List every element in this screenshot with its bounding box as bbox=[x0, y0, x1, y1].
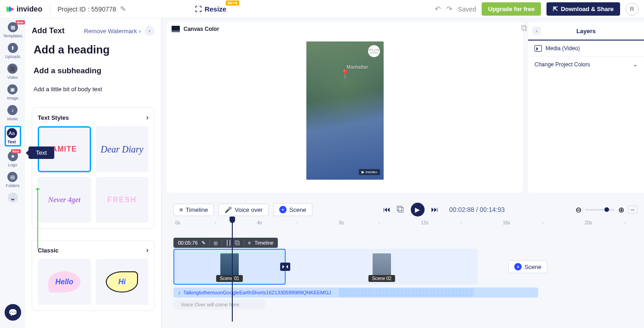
tick-16s: 16s bbox=[503, 220, 510, 225]
voiceover-button[interactable]: 🎤Voice over bbox=[218, 204, 269, 216]
add-scene-button[interactable]: +Scene bbox=[273, 203, 312, 216]
transition-button[interactable] bbox=[280, 263, 290, 271]
canvas-color-icon[interactable] bbox=[172, 26, 180, 32]
duplicate-icon[interactable]: ⿻ bbox=[235, 240, 240, 246]
rail-video[interactable]: 🎥 Video bbox=[7, 64, 18, 80]
undo-icon[interactable]: ↶ bbox=[435, 5, 441, 13]
rail-label: Text bbox=[8, 140, 16, 144]
divider bbox=[50, 5, 50, 14]
playback-controls: ⏮ ⿻ ▶ ⏭ 00:02:88 / 00:14:93 bbox=[383, 203, 505, 217]
layer-label: Media (Video) bbox=[546, 45, 580, 52]
rail-text[interactable]: Aa Text bbox=[5, 126, 21, 146]
text-styles-section: Text Styles › AMITE Dear Diary Never 4ge… bbox=[32, 107, 155, 229]
zoom-out-icon[interactable]: ⊖ bbox=[575, 205, 581, 214]
edit-icon[interactable]: ✎ bbox=[120, 5, 126, 13]
audio-filename: TalkingtothemoonGoogleEarthShorts1621330… bbox=[184, 290, 331, 295]
crop-icon[interactable]: ◎ bbox=[213, 240, 218, 246]
canvas-toolbar: Canvas Color bbox=[167, 22, 523, 36]
chevron-right-icon[interactable]: › bbox=[146, 246, 149, 254]
layer-media-video[interactable]: Media (Video) bbox=[528, 41, 644, 57]
playhead[interactable] bbox=[232, 218, 233, 322]
chevron-right-icon[interactable]: › bbox=[146, 113, 149, 122]
rail-label: Image bbox=[7, 96, 18, 100]
prev-frame-icon[interactable]: ⿻ bbox=[397, 205, 404, 214]
change-colors-label: Change Project Colors bbox=[535, 61, 590, 68]
current-time: 00:02:88 bbox=[449, 206, 475, 213]
header-actions: ↶ ↷ Saved Upgrade for free ⇱ Download & … bbox=[435, 2, 638, 16]
style-hi[interactable]: Hi bbox=[96, 259, 149, 305]
text-styles-grid: AMITE Dear Diary Never 4get FRESH bbox=[38, 126, 149, 223]
tick-20s: 20s bbox=[585, 220, 592, 225]
canvas-preview[interactable]: Manhattan 📍 UPLOAD LOGO ▶ invideo bbox=[306, 41, 384, 180]
logo-icon bbox=[6, 5, 15, 14]
voiceover-track[interactable]: Voice Over will come here bbox=[173, 299, 265, 310]
rail-uploads[interactable]: ⬆ Uploads bbox=[5, 43, 20, 59]
scene-clip-2[interactable]: Scene 02 bbox=[286, 249, 478, 285]
skip-back-icon[interactable]: ⏮ bbox=[383, 205, 391, 214]
redo-icon[interactable]: ↷ bbox=[446, 5, 452, 13]
add-subheading-button[interactable]: Add a subheading bbox=[34, 66, 153, 76]
rail-folders[interactable]: ▤ Folders bbox=[6, 172, 19, 188]
layers-header: › Layers bbox=[528, 22, 644, 41]
video-icon: 🎥 bbox=[7, 64, 17, 74]
watermark-text: invideo bbox=[366, 170, 377, 174]
user-avatar[interactable]: R bbox=[626, 3, 638, 16]
timeline-button[interactable]: ≡Timeline bbox=[173, 204, 214, 216]
plus-icon: + bbox=[279, 206, 287, 213]
voiceover-label: Voice over bbox=[235, 206, 263, 213]
scene-label: Scene bbox=[289, 206, 306, 213]
layers-title: Layers bbox=[576, 28, 596, 35]
tick-8s: 8s bbox=[339, 220, 344, 225]
resize-label: Resize bbox=[205, 5, 227, 13]
rail-label: Video bbox=[7, 75, 18, 80]
section-title: Text Styles bbox=[38, 114, 69, 121]
timeline-section: ≡Timeline 🎤Voice over +Scene ⏮ ⿻ ▶ ⏭ 00:… bbox=[167, 199, 644, 328]
timeline-controls: ≡Timeline 🎤Voice over +Scene ⏮ ⿻ ▶ ⏭ 00:… bbox=[167, 199, 644, 220]
collapse-panel-icon[interactable]: ‹ bbox=[144, 26, 155, 36]
logo-placeholder[interactable]: UPLOAD LOGO bbox=[368, 45, 380, 57]
brand-logo[interactable]: invideo bbox=[6, 5, 42, 14]
collapse-layers-icon[interactable]: › bbox=[533, 27, 541, 35]
add-scene-label: Scene bbox=[524, 264, 541, 270]
canvas-color-label[interactable]: Canvas Color bbox=[184, 26, 219, 32]
mic-icon: 🎤 bbox=[224, 206, 232, 213]
zoom-slider[interactable] bbox=[585, 209, 615, 211]
waveform bbox=[339, 288, 474, 297]
add-body-button[interactable]: Add a little bit of body text bbox=[34, 86, 153, 93]
rail-logo[interactable]: New ★ Logo bbox=[8, 151, 18, 167]
remove-watermark-link[interactable]: Remove Watermark › bbox=[84, 28, 141, 35]
style-never-4get[interactable]: Never 4get bbox=[38, 177, 91, 223]
style-dear-diary[interactable]: Dear Diary bbox=[96, 126, 149, 172]
save-status: Saved bbox=[458, 6, 476, 13]
chat-support-icon[interactable]: 💬 bbox=[5, 304, 21, 321]
scene-clip-1[interactable]: Scene 01 bbox=[173, 249, 286, 285]
sliders-icon[interactable]: ≡ bbox=[248, 240, 251, 246]
rail-more-icon[interactable]: ⌄ bbox=[8, 193, 18, 203]
clip-toolbar: 00:05:76 ✎ ◎ ⎮⎮ ⿻ ≡ Timeline bbox=[173, 238, 278, 248]
fit-icon[interactable]: ↔ bbox=[628, 205, 638, 214]
add-scene-track-button[interactable]: + Scene bbox=[508, 260, 547, 273]
download-share-button[interactable]: ⇱ Download & Share bbox=[546, 2, 620, 16]
audio-track[interactable]: ♪ TalkingtothemoonGoogleEarthShorts16213… bbox=[173, 287, 538, 298]
play-button[interactable]: ▶ bbox=[411, 203, 425, 217]
split-icon[interactable]: ⎮⎮ bbox=[226, 240, 231, 246]
skip-forward-icon[interactable]: ⏭ bbox=[431, 205, 438, 214]
upgrade-button[interactable]: Upgrade for free bbox=[482, 2, 541, 16]
rail-music[interactable]: ♪ Music bbox=[7, 105, 18, 121]
rail-templates[interactable]: New ▦ Templates bbox=[3, 22, 22, 38]
resize-icon: ⛶ bbox=[195, 5, 202, 13]
style-fresh[interactable]: FRESH bbox=[96, 177, 149, 223]
edit-icon[interactable]: ✎ bbox=[201, 240, 206, 246]
timeline-ruler[interactable]: 0s 4s 8s 12s 16s 20s bbox=[167, 220, 644, 229]
scene-label-2: Scene 02 bbox=[368, 275, 395, 282]
add-heading-button[interactable]: Add a heading bbox=[34, 43, 153, 56]
invideo-watermark: ▶ invideo bbox=[359, 169, 380, 175]
resize-button[interactable]: ⛶ Resize BETA bbox=[195, 5, 227, 13]
change-project-colors[interactable]: Change Project Colors ⌄ bbox=[528, 57, 644, 72]
rail-image[interactable]: ▣ Image bbox=[7, 84, 18, 100]
map-marker-icon: 📍 bbox=[340, 69, 350, 79]
style-hello[interactable]: Hello bbox=[38, 259, 91, 305]
chevron-right-icon: › bbox=[139, 28, 141, 35]
top-bar: invideo Project ID : 5590778 ✎ ⛶ Resize … bbox=[0, 0, 644, 18]
zoom-in-icon[interactable]: ⊕ bbox=[618, 205, 624, 214]
